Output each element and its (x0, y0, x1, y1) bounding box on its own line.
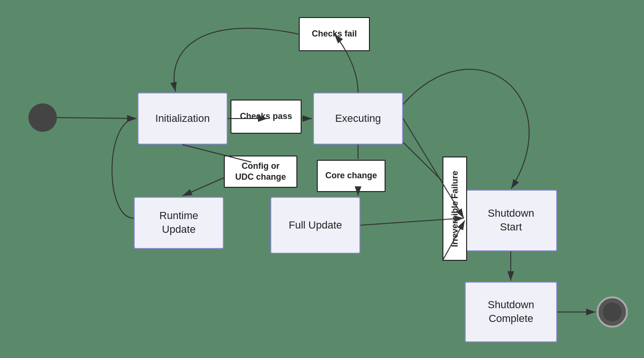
start-node (28, 103, 57, 132)
state-initialization: Initialization (138, 92, 228, 145)
state-runtime-update: RuntimeUpdate (134, 197, 224, 249)
arrow-config-to-runtime (183, 178, 224, 196)
state-executing: Executing (313, 92, 403, 145)
arrow-exec-irr-top (403, 142, 442, 180)
diagram-container: Initialization Executing RuntimeUpdate F… (0, 0, 644, 358)
end-node (597, 296, 628, 328)
state-shutdown-start: ShutdownStart (465, 190, 557, 251)
label-config-udc: Config orUDC change (224, 156, 297, 188)
arrow-runtime-to-init (112, 119, 137, 218)
label-irreversible: Irreversible Failure (442, 156, 467, 261)
label-checks-pass: Checks pass (230, 100, 302, 134)
state-full-update: Full Update (270, 197, 360, 254)
label-core-change: Core change (317, 160, 386, 192)
state-shutdown-complete: ShutdownComplete (465, 282, 557, 342)
arrow-checksfail-to-init (174, 28, 299, 92)
arrow-start-init (57, 118, 137, 119)
end-node-inner (603, 303, 622, 321)
label-checks-fail: Checks fail (299, 17, 370, 51)
